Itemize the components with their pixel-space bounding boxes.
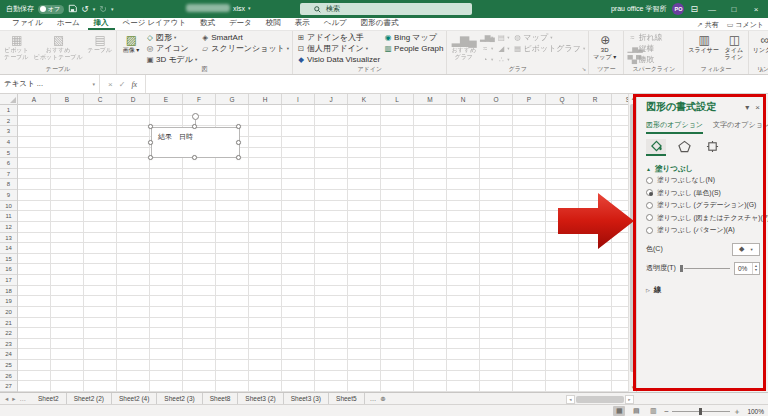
cells-area[interactable]: [18, 105, 628, 392]
quick-access-caret-icon[interactable]: ▾: [111, 6, 114, 12]
row-header[interactable]: 21: [0, 318, 17, 329]
page-layout-view-icon[interactable]: ▤: [630, 406, 642, 416]
sheet-tab[interactable]: Sheet2 (2): [67, 393, 112, 404]
area-chart-button[interactable]: ◢▾: [495, 43, 510, 54]
column-header[interactable]: J: [315, 94, 348, 104]
menu-tab[interactable]: ファイル: [6, 18, 49, 30]
confirm-entry-icon[interactable]: ✓: [119, 80, 126, 89]
title-caret-icon[interactable]: ▾: [248, 5, 251, 11]
fill-option-radio[interactable]: 塗りつぶし (グラデーション)(G): [646, 199, 760, 212]
row-header[interactable]: 9: [0, 190, 17, 201]
row-header[interactable]: 11: [0, 211, 17, 222]
3d-model-button[interactable]: ▣3D モデル▾: [144, 54, 198, 65]
row-header[interactable]: 19: [0, 296, 17, 307]
collapse-ribbon-icon[interactable]: ∧: [760, 66, 764, 73]
pivot-table-button[interactable]: ▦ピボット テーブル: [2, 32, 31, 61]
account-name[interactable]: prau office 学習所: [611, 4, 667, 14]
close-button[interactable]: ×: [748, 0, 764, 18]
scroll-down-icon[interactable]: ▾: [629, 383, 636, 392]
row-header[interactable]: 23: [0, 339, 17, 350]
link-button[interactable]: ∞リンク ▾: [751, 32, 768, 54]
menu-tab[interactable]: ホーム: [51, 18, 86, 30]
sheet-tab[interactable]: Sheet8: [203, 393, 239, 404]
column-header[interactable]: S: [612, 94, 628, 104]
sparkline-line-button[interactable]: ≈折れ線: [626, 32, 663, 43]
avatar[interactable]: PO: [672, 3, 684, 15]
row-header[interactable]: 18: [0, 286, 17, 297]
row-header[interactable]: 4: [0, 137, 17, 148]
smartart-button[interactable]: ◈SmartArt: [199, 32, 290, 43]
sheet-overflow-left[interactable]: …: [20, 395, 27, 402]
row-header[interactable]: 17: [0, 275, 17, 286]
row-header[interactable]: 12: [0, 222, 17, 233]
menu-tab[interactable]: ページ レイアウト: [117, 18, 192, 30]
vertical-scrollbar[interactable]: ▴ ▾: [628, 94, 636, 392]
rotation-handle[interactable]: [192, 113, 199, 120]
fill-option-radio[interactable]: 塗りつぶし (パターン)(A): [646, 224, 760, 237]
picture-button[interactable]: ▨画像 ▾: [119, 32, 143, 54]
resize-handle-nw[interactable]: [148, 124, 153, 129]
sheet-prev-icon[interactable]: ◂: [5, 395, 8, 403]
menu-tab[interactable]: 表示: [289, 18, 316, 30]
menu-tab[interactable]: 図形の書式: [355, 18, 405, 30]
sheet-tab[interactable]: Sheet5: [329, 393, 365, 404]
column-header[interactable]: I: [282, 94, 315, 104]
page-break-view-icon[interactable]: ▥: [647, 406, 659, 416]
column-header[interactable]: M: [414, 94, 447, 104]
row-header[interactable]: 10: [0, 201, 17, 212]
recommended-pivot-button[interactable]: ▧おすすめ ピボットテーブル: [32, 32, 85, 61]
row-header[interactable]: 27: [0, 381, 17, 392]
column-header[interactable]: R: [579, 94, 612, 104]
sheet-tab[interactable]: Sheet3 (2): [238, 393, 283, 404]
resize-handle-w[interactable]: [148, 140, 153, 145]
recommended-charts-button[interactable]: ▂▆▄おすすめ グラフ: [449, 32, 478, 61]
undo-caret-icon[interactable]: ▾: [93, 6, 96, 12]
share-button[interactable]: ↗共有: [697, 20, 719, 30]
fill-bucket-icon[interactable]: [646, 139, 666, 156]
row-header[interactable]: 25: [0, 360, 17, 371]
pie-chart-button[interactable]: ◔▾: [479, 54, 494, 65]
menu-tab[interactable]: 数式: [194, 18, 221, 30]
pane-close-icon[interactable]: ×: [755, 103, 760, 112]
fill-option-radio[interactable]: 塗りつぶし (単色)(S): [646, 187, 760, 200]
shapes-button[interactable]: ◇図形▾: [144, 32, 198, 43]
fill-option-radio[interactable]: 塗りつぶし (図またはテクスチャ)(P): [646, 212, 760, 225]
screenshot-button[interactable]: ▱スクリーンショット▾: [199, 43, 290, 54]
menu-tab[interactable]: 校閲: [260, 18, 287, 30]
search-box[interactable]: 検索: [300, 3, 472, 15]
slider-knob[interactable]: [680, 265, 683, 272]
bing-maps-button[interactable]: ◉Bing マップ: [382, 32, 444, 43]
size-properties-icon[interactable]: [702, 139, 722, 156]
column-header[interactable]: F: [183, 94, 216, 104]
selected-text-box[interactable]: 結果 日時: [151, 127, 240, 158]
zoom-out-icon[interactable]: −: [664, 407, 669, 416]
undo-icon[interactable]: ↺: [81, 5, 89, 14]
formula-input[interactable]: [146, 75, 768, 93]
cancel-entry-icon[interactable]: ×: [108, 80, 113, 89]
scroll-left-icon[interactable]: ◂: [566, 395, 575, 404]
row-header[interactable]: 16: [0, 264, 17, 275]
row-header[interactable]: 24: [0, 349, 17, 360]
column-header[interactable]: Q: [546, 94, 579, 104]
column-header[interactable]: P: [513, 94, 546, 104]
effects-icon[interactable]: [674, 139, 694, 156]
horizontal-scrollbar[interactable]: ◂ ▸: [566, 394, 634, 404]
resize-handle-s[interactable]: [192, 155, 197, 160]
row-header[interactable]: 7: [0, 169, 17, 180]
row-header[interactable]: 1: [0, 105, 17, 116]
minimize-button[interactable]: —: [704, 0, 720, 18]
maps-chart-button[interactable]: ◍マップ▾: [512, 32, 587, 43]
column-header[interactable]: O: [480, 94, 513, 104]
column-header[interactable]: H: [249, 94, 282, 104]
row-header[interactable]: 20: [0, 307, 17, 318]
row-header[interactable]: 13: [0, 233, 17, 244]
row-header[interactable]: 3: [0, 126, 17, 137]
menu-tab[interactable]: ヘルプ: [318, 18, 353, 30]
row-header[interactable]: 5: [0, 148, 17, 159]
table-button[interactable]: ▤テーブル: [86, 32, 114, 54]
sparkline-column-button[interactable]: ▁▅▃縦棒: [626, 43, 663, 54]
row-header[interactable]: 8: [0, 179, 17, 190]
column-header[interactable]: G: [216, 94, 249, 104]
zoom-knob[interactable]: [699, 408, 702, 415]
save-icon[interactable]: [68, 4, 77, 15]
